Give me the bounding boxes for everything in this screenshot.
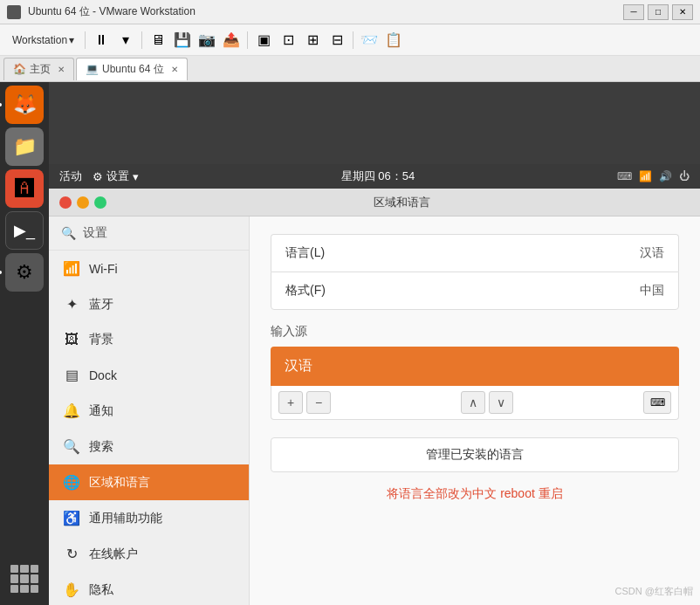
input-source-controls: + − ∧ ∨ ⌨ (271, 386, 679, 420)
toolbar-view-btn4[interactable]: ⊟ (326, 30, 347, 51)
dock-software[interactable]: 🅰 (5, 169, 44, 208)
ubuntu-tab-label: Ubuntu 64 位 (102, 62, 164, 77)
format-value: 中国 (640, 283, 664, 299)
dock-active-indicator (0, 103, 2, 107)
settings-body: 🔍 设置 📶 Wi-Fi ✦ 蓝牙 🖼 背景 ▤ Dock (49, 217, 700, 605)
apps-dot (10, 574, 18, 582)
toolbar-view-btn3[interactable]: ⊞ (302, 30, 323, 51)
workstation-label: Workstation (12, 34, 67, 46)
toolbar-vm-btn4[interactable]: 📤 (221, 30, 242, 51)
format-setting-row[interactable]: 格式(F) 中国 (271, 272, 679, 310)
language-setting-row[interactable]: 语言(L) 汉语 (271, 234, 679, 272)
toolbar-separator2 (141, 31, 142, 49)
sidebar-item-region[interactable]: 🌐 区域和语言 (49, 464, 249, 500)
sidebar-item-dock[interactable]: ▤ Dock (49, 357, 249, 393)
maximize-button[interactable]: □ (648, 4, 669, 20)
sidebar-item-notification-label: 通知 (89, 403, 113, 419)
toolbar-separator4 (353, 31, 353, 49)
toolbar-extra-btn[interactable]: 📋 (383, 30, 404, 51)
toolbar-send-btn[interactable]: 📨 (359, 30, 380, 51)
datetime-display[interactable]: 星期四 06：54 (139, 168, 617, 184)
network-icon[interactable]: 📶 (639, 170, 652, 182)
move-down-button[interactable]: ∨ (489, 391, 513, 414)
sidebar-item-privacy[interactable]: ✋ 隐私 (49, 572, 249, 605)
sidebar-item-online-label: 在线帐户 (89, 547, 138, 562)
manage-languages-button[interactable]: 管理已安装的语言 (271, 437, 679, 472)
toolbar-separator3 (247, 31, 248, 49)
settings-window-title: 区域和语言 (113, 195, 690, 210)
ubuntu-tab[interactable]: 💻 Ubuntu 64 位 ✕ (76, 58, 188, 80)
sidebar-search-area: 🔍 设置 (49, 217, 249, 251)
settings-label: 设置 (106, 168, 129, 184)
search-settings-icon: 🔍 (63, 438, 80, 455)
sidebar-item-search[interactable]: 🔍 搜索 (49, 429, 249, 464)
add-source-button[interactable]: + (278, 391, 303, 414)
settings-titlebar: 区域和语言 (49, 189, 700, 217)
dock-apps-grid[interactable] (5, 560, 44, 598)
sidebar-item-wifi[interactable]: 📶 Wi-Fi (49, 251, 249, 286)
annotation-text: 将语言全部改为中文 reboot 重启 (271, 486, 679, 502)
sidebar-item-dock-label: Dock (89, 368, 117, 382)
dock-files[interactable]: 📁 (5, 127, 44, 166)
settings-sidebar: 🔍 设置 📶 Wi-Fi ✦ 蓝牙 🖼 背景 ▤ Dock (49, 217, 250, 605)
input-source-title: 输入源 (271, 324, 679, 340)
toolbar-btn2[interactable]: ▾ (115, 30, 136, 51)
annotation-arrows (250, 217, 254, 566)
window-minimize-button[interactable] (77, 196, 89, 209)
apps-dot (20, 585, 28, 593)
online-icon: ↻ (63, 546, 80, 562)
language-value: 汉语 (640, 245, 664, 261)
home-tab-label: 主页 (30, 62, 51, 77)
dock-terminal[interactable]: ▶_ (5, 211, 44, 250)
title-bar-controls: ─ □ ✕ (623, 4, 693, 20)
dock-settings[interactable]: ⚙ (5, 253, 44, 292)
sidebar-item-bluetooth[interactable]: ✦ 蓝牙 (49, 286, 249, 322)
dock-firefox[interactable]: 🦊 (5, 86, 44, 124)
minimize-button[interactable]: ─ (623, 4, 644, 20)
window-close-button[interactable] (59, 196, 72, 209)
keyboard-layout-icon[interactable]: ⌨ (617, 170, 632, 182)
toolbar-view-btn2[interactable]: ⊡ (278, 30, 299, 51)
pause-button[interactable]: ⏸ (91, 30, 112, 51)
ubuntu-topbar: 活动 ⚙ 设置 ▾ 星期四 06：54 ⌨ 📶 🔊 ⏻ (49, 164, 700, 189)
toolbar-vm-btn2[interactable]: 💾 (172, 30, 193, 51)
toolbar-vm-btn3[interactable]: 📷 (196, 30, 217, 51)
sidebar-item-background[interactable]: 🖼 背景 (49, 322, 249, 357)
move-up-button[interactable]: ∧ (461, 391, 485, 414)
sidebar-item-notification[interactable]: 🔔 通知 (49, 393, 249, 429)
ubuntu-tab-close[interactable]: ✕ (171, 65, 178, 74)
toolbar-vm-btn1[interactable]: 🖥 (148, 30, 168, 51)
sound-icon[interactable]: 🔊 (659, 170, 672, 182)
sidebar-item-wifi-label: Wi-Fi (89, 262, 118, 276)
sidebar-item-search-label: 搜索 (89, 439, 113, 455)
watermark: CSDN @红客白帽 (615, 585, 693, 598)
sidebar-item-accessibility-label: 通用辅助功能 (89, 511, 162, 526)
language-label: 语言(L) (285, 245, 325, 261)
apps-dot (31, 565, 38, 573)
application-dock: 🦊 📁 🅰 ▶_ ⚙ (0, 82, 49, 605)
settings-gear-icon: ⚙ (93, 170, 103, 183)
bluetooth-icon: ✦ (63, 296, 80, 313)
home-tab[interactable]: 🏠 主页 ✕ (3, 58, 74, 80)
toolbar-view-btn1[interactable]: ▣ (253, 30, 274, 51)
ubuntu-vm-area: 🦊 📁 🅰 ▶_ ⚙ 活动 ⚙ 设 (0, 82, 700, 605)
sidebar-item-accessibility[interactable]: ♿ 通用辅助功能 (49, 500, 249, 536)
settings-content-area: 语言(L) 汉语 格式(F) 中国 输入源 汉语 + − ∧ (250, 217, 700, 605)
region-icon: 🌐 (63, 474, 80, 491)
dock-settings-indicator (0, 271, 2, 274)
input-source-chinese[interactable]: 汉语 (271, 347, 679, 386)
input-source-section: 输入源 汉语 + − ∧ ∨ ⌨ (271, 324, 679, 420)
workstation-menu[interactable]: Workstation ▾ (7, 32, 79, 48)
settings-menu[interactable]: ⚙ 设置 ▾ (93, 168, 139, 184)
home-tab-close: ✕ (58, 65, 65, 74)
apps-dot (31, 574, 38, 582)
dock-icon: ▤ (63, 367, 80, 383)
power-icon[interactable]: ⏻ (679, 170, 690, 182)
remove-source-button[interactable]: − (306, 391, 331, 414)
window-maximize-button[interactable] (94, 196, 106, 209)
close-button[interactable]: ✕ (672, 4, 693, 20)
keyboard-preview-button[interactable]: ⌨ (643, 391, 671, 414)
apps-dot (31, 585, 38, 593)
sidebar-item-online[interactable]: ↻ 在线帐户 (49, 536, 249, 572)
activities-button[interactable]: 活动 (59, 168, 82, 184)
